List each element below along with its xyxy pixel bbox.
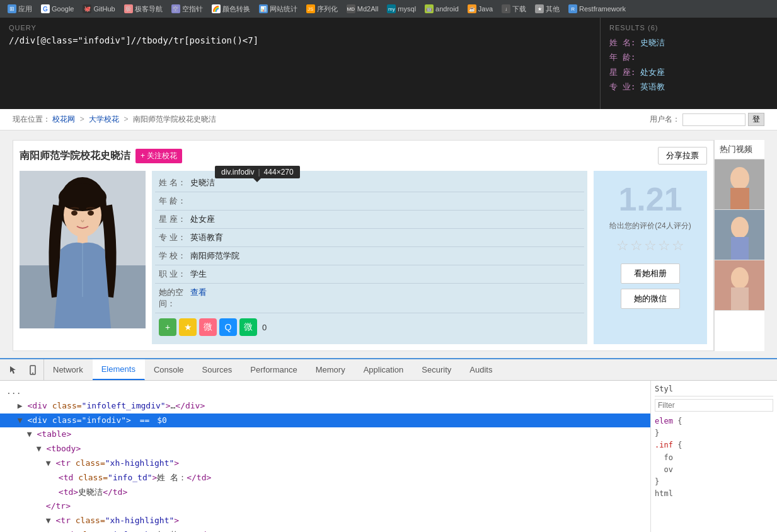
bookmark-google[interactable]: G Google [38, 3, 76, 14]
info-row-space: 她的空间： 查看 [155, 284, 584, 313]
svg-point-14 [731, 217, 749, 238]
cursor-icon[interactable] [8, 364, 20, 376]
tree-toggle-5[interactable]: ▼ [46, 458, 51, 468]
android-icon: 🤖 [425, 4, 434, 13]
info-label-star: 星 座： [159, 214, 190, 225]
bookmark-rest[interactable]: R Restframework [566, 3, 628, 14]
wechat-icon[interactable]: 微 [239, 318, 257, 336]
bookmark-java[interactable]: ☕ Java [465, 3, 495, 14]
tab-sources[interactable]: Sources [193, 359, 242, 380]
tab-audits[interactable]: Audits [461, 359, 502, 380]
tree-toggle-3[interactable]: ▼ [27, 429, 32, 439]
star-1[interactable]: ☆ [616, 238, 629, 254]
star-social-icon[interactable]: ★ [179, 318, 197, 336]
add-icon[interactable]: + [159, 318, 176, 336]
query-panel: QUERY //div[@class="infodiv"]//tbody/tr[… [0, 18, 601, 109]
album-button[interactable]: 看她相册 [621, 263, 680, 284]
tree-line-infodiv[interactable]: ▼ <div class="infodiv"> == $0 [0, 413, 650, 428]
score-label: 给出您的评价(24人评分) [609, 221, 691, 231]
tab-memory[interactable]: Memory [307, 359, 355, 380]
tab-security[interactable]: Security [413, 359, 461, 380]
profile-content-area: div.infodiv | 444×270 [20, 171, 707, 344]
bookmark-color[interactable]: 🌈 颜色转换 [209, 3, 253, 15]
video-thumb-2-svg [715, 210, 764, 260]
svg-point-20 [32, 373, 33, 374]
profile-body: 姓 名： 史晓洁 年 龄： 星 座： 处女座 专 业： [20, 171, 707, 344]
tab-elements[interactable]: Elements [93, 359, 145, 380]
svg-point-5 [59, 183, 106, 211]
tree-line-td1[interactable]: <td class="info_td">姓 名：</td> [0, 471, 650, 485]
tooltip-class: div.infodiv [221, 168, 254, 176]
other-icon: ★ [535, 4, 544, 13]
devtools-toolbar [3, 359, 44, 380]
tab-console[interactable]: Console [145, 359, 193, 380]
tree-line-imgdiv[interactable]: ▶ <div class="infoleft_imgdiv">…</div> [0, 399, 650, 413]
tab-application[interactable]: Application [355, 359, 413, 380]
video-thumb-3[interactable] [715, 260, 764, 311]
info-label-name: 姓 名： [159, 177, 190, 188]
download-icon: ↓ [502, 4, 510, 13]
star-4[interactable]: ☆ [658, 238, 671, 254]
rest-icon: R [568, 4, 577, 13]
video-thumb-1[interactable] [715, 159, 764, 210]
devtools-styles-panel: Styl elem { } .inf { fo ov } html [651, 381, 777, 532]
tree-toggle-6[interactable]: ▼ [46, 516, 51, 525]
breadcrumb-link-2[interactable]: 大学校花 [89, 115, 119, 124]
breadcrumb: 现在位置： 校花网 > 大学校花 > 南阳师范学院校花史晓洁 [13, 114, 216, 125]
styles-filter-input[interactable] [655, 399, 773, 412]
space-link[interactable]: 查看 [190, 287, 207, 309]
styles-header: Styl [655, 385, 773, 396]
tree-line-tr1[interactable]: ▼ <tr class="xh-highlight"> [0, 456, 650, 471]
bookmark-stats[interactable]: 📊 网站统计 [256, 3, 300, 15]
style-line-7: html [655, 488, 773, 500]
breadcrumb-link-1[interactable]: 校花网 [52, 115, 75, 124]
svg-point-9 [88, 211, 94, 216]
wechat-button[interactable]: 她的微信 [621, 289, 680, 309]
bookmark-android[interactable]: 🤖 android [422, 3, 461, 14]
video-thumb-3-svg [715, 260, 764, 311]
info-value-school: 南阳师范学院 [190, 250, 580, 262]
results-panel: RESULTS (6) 姓 名: 史晓洁 年 龄: 星 座: 处女座 专 业: … [601, 18, 777, 109]
bookmark-github[interactable]: 🐙 GitHub [80, 3, 117, 14]
login-button[interactable]: 登 [748, 113, 764, 126]
style-line-5: ov [655, 464, 773, 476]
tree-line-table[interactable]: ▼ <table> [0, 427, 650, 442]
star-2[interactable]: ☆ [630, 238, 643, 254]
svg-point-17 [731, 267, 749, 289]
info-row-job: 职 业： 学生 [155, 265, 584, 284]
video-thumb-2[interactable] [715, 210, 764, 260]
star-3[interactable]: ☆ [644, 238, 657, 254]
tab-network[interactable]: Network [44, 359, 93, 380]
bookmarks-bar: ⊞ 应用 G Google 🐙 GitHub 极 极客导航 空 空指针 🌈 颜色… [0, 0, 777, 18]
bookmark-null[interactable]: 空 空指针 [169, 3, 205, 15]
qq-icon[interactable]: Q [219, 318, 237, 336]
breadcrumb-current: 南阳师范学院校花史晓洁 [133, 115, 216, 124]
bookmark-apps[interactable]: ⊞ 应用 [5, 3, 35, 15]
tree-line-td3[interactable]: <td class="info_td">年 龄：</td> [0, 528, 650, 532]
mobile-icon[interactable] [27, 364, 38, 376]
follow-button[interactable]: + 关注校花 [135, 149, 182, 163]
bookmark-md2all[interactable]: MD Md2All [344, 3, 381, 14]
star-5[interactable]: ☆ [672, 238, 684, 254]
user-input[interactable] [682, 113, 745, 126]
bookmark-json[interactable]: JS 序列化 [304, 3, 340, 15]
tree-line-td2[interactable]: <td>史晓洁</td> [0, 485, 650, 500]
bookmark-download[interactable]: ↓ 下载 [499, 3, 529, 15]
tree-line-tr1-end[interactable]: </tr> [0, 499, 650, 514]
tree-line-tr2[interactable]: ▼ <tr class="xh-highlight"> [0, 514, 650, 528]
tab-performance[interactable]: Performance [241, 359, 306, 380]
bookmark-jike[interactable]: 极 极客导航 [122, 3, 165, 15]
tree-toggle-2[interactable]: ▼ [18, 415, 23, 425]
tree-line-tbody[interactable]: ▼ <tbody> [0, 442, 650, 456]
share-button[interactable]: 分享拉票 [658, 147, 707, 165]
info-value-major: 英语教育 [190, 232, 580, 243]
tree-toggle-1[interactable]: ▶ [18, 401, 23, 410]
bookmark-mysql[interactable]: my mysql [384, 3, 418, 14]
tree-toggle-4[interactable]: ▼ [37, 444, 42, 453]
weibo-icon[interactable]: 微 [199, 318, 217, 336]
result-row-4: 专 业: 英语教 [609, 79, 768, 94]
bookmark-other[interactable]: ★ 其他 [532, 3, 562, 15]
jike-icon: 极 [124, 4, 133, 13]
style-line-1: elem { [655, 415, 773, 427]
photo-placeholder [20, 171, 146, 328]
